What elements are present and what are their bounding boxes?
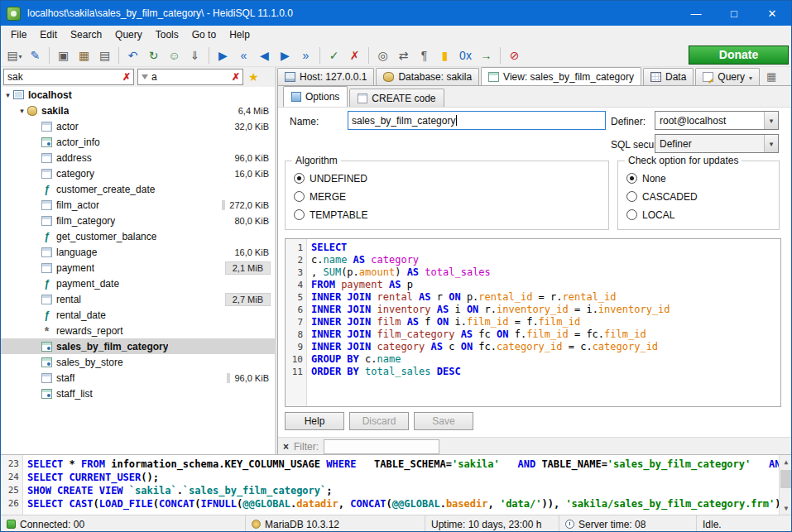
- log-code[interactable]: SELECT * FROM information_schema.KEY_COL…: [23, 455, 779, 515]
- table-filter-input[interactable]: a ✗: [137, 69, 243, 85]
- tree-expander-icon[interactable]: ▾: [2, 91, 13, 99]
- menu-item-go-to[interactable]: Go to: [185, 26, 223, 44]
- tree-item-rewards-report[interactable]: rewards_report: [1, 323, 275, 338]
- sql-editor-code[interactable]: SELECTc.name AS category, SUM(p.amount) …: [307, 239, 780, 406]
- tree-item-staff-list[interactable]: staff_list: [1, 386, 275, 401]
- radio-undefined[interactable]: UNDEFINED: [294, 171, 605, 185]
- minimize-button[interactable]: —: [677, 1, 715, 26]
- radio-cascaded[interactable]: CASCADED: [626, 189, 775, 204]
- view-name-input[interactable]: sales_by_film_category: [348, 111, 606, 130]
- log-scrollbar[interactable]: [779, 455, 792, 515]
- session-manager-button[interactable]: ▤: [5, 46, 24, 65]
- tree-item-staff[interactable]: staff96,0 KiB: [1, 370, 275, 386]
- tree-item-address[interactable]: address96,0 KiB: [1, 150, 275, 165]
- print-button[interactable]: ▤: [95, 46, 114, 65]
- new-query-tab-button[interactable]: ✎: [26, 46, 45, 65]
- tree-item-film-actor[interactable]: film_actor272,0 KiB: [1, 197, 275, 213]
- tree-item-rental[interactable]: rental2,7 MiB: [1, 291, 275, 307]
- tree-item-category[interactable]: category16,0 KiB: [1, 165, 275, 181]
- refresh-button[interactable]: ↻: [144, 46, 163, 65]
- apply-changes-button[interactable]: ✓: [324, 46, 343, 65]
- radio-temptable[interactable]: TEMPTABLE: [294, 208, 605, 222]
- scroll-down-icon[interactable]: [780, 501, 792, 515]
- close-button[interactable]: ✕: [753, 1, 791, 26]
- discard-changes-button[interactable]: ✗: [345, 46, 364, 65]
- tab-label: CREATE code: [372, 93, 435, 104]
- procedure-icon: [41, 326, 52, 336]
- tab-create-code[interactable]: CREATE code: [349, 89, 444, 107]
- tree-item-actor[interactable]: actor32,0 KiB: [1, 118, 275, 134]
- tree-item-localhost[interactable]: ▾localhost: [1, 87, 275, 103]
- tree-item-customer-create-date[interactable]: customer_create_date: [1, 181, 275, 197]
- binary-toggle-button[interactable]: 0x: [456, 46, 475, 65]
- filter-input[interactable]: [324, 439, 439, 454]
- tree-expander-icon[interactable]: ▾: [17, 107, 27, 115]
- sql-security-select[interactable]: Definer: [655, 134, 779, 153]
- export-database-button[interactable]: ⇓: [185, 46, 204, 65]
- goto-first-button[interactable]: «: [234, 46, 253, 65]
- copy-button[interactable]: ▣: [54, 46, 73, 65]
- tree-item-actor-info[interactable]: actor_info: [1, 134, 275, 150]
- menu-item-tools[interactable]: Tools: [149, 26, 185, 44]
- reformat-sql-button[interactable]: ¶: [415, 46, 434, 65]
- radio-merge[interactable]: MERGE: [294, 189, 605, 204]
- tab-host-127-0-0-1[interactable]: Host: 127.0.0.1: [277, 68, 374, 85]
- tree-item-payment[interactable]: payment2,1 MiB: [1, 260, 275, 276]
- scroll-thumb[interactable]: [780, 470, 792, 488]
- tree-item-rental-date[interactable]: rental_date: [1, 307, 275, 323]
- goto-row-button[interactable]: →: [477, 46, 496, 65]
- sql-token: i: [449, 304, 467, 315]
- replace-text-button[interactable]: ⇄: [394, 46, 413, 65]
- paste-button[interactable]: ▦: [74, 46, 94, 65]
- sql-security-dropdown-icon[interactable]: [764, 135, 778, 152]
- find-text-button[interactable]: ◎: [373, 46, 392, 65]
- tree-item-label: payment: [56, 262, 94, 274]
- sql-token: ();: [141, 472, 159, 483]
- database-filter-input[interactable]: sak ✗: [3, 69, 134, 85]
- tree-item-sales-by-store[interactable]: sales_by_store: [1, 354, 275, 370]
- tab-options[interactable]: Options: [283, 86, 348, 107]
- radio-local[interactable]: LOCAL: [626, 208, 775, 222]
- user-manager-button[interactable]: ☺: [165, 46, 184, 65]
- tree-item-label: staff: [56, 372, 74, 384]
- donate-button[interactable]: Donate: [689, 46, 789, 65]
- sql-token: ON: [467, 304, 478, 315]
- goto-next-button[interactable]: ▶: [276, 46, 295, 65]
- menu-item-help[interactable]: Help: [223, 26, 257, 44]
- tree-item-sakila[interactable]: ▾sakila6,4 MiB: [1, 103, 275, 118]
- query-options-icon[interactable]: ▦: [766, 70, 776, 83]
- sql-editor[interactable]: 1234567891011 SELECTc.name AS category, …: [285, 238, 781, 407]
- tab-database-sakila[interactable]: Database: sakila: [376, 68, 479, 85]
- goto-last-button[interactable]: »: [296, 46, 315, 65]
- undo-button[interactable]: ↶: [123, 46, 142, 65]
- highlight-button[interactable]: ▮: [435, 46, 454, 65]
- database-filter-clear-icon[interactable]: ✗: [122, 71, 131, 83]
- tree-item-film-category[interactable]: film_category80,0 KiB: [1, 213, 275, 228]
- definer-select[interactable]: root@localhost: [655, 111, 779, 130]
- tab-data[interactable]: Data: [643, 68, 694, 85]
- scroll-up-icon[interactable]: [780, 455, 792, 468]
- menu-item-query[interactable]: Query: [108, 26, 149, 44]
- maximize-button[interactable]: □: [715, 1, 753, 26]
- sql-token: fc.: [473, 341, 497, 352]
- definer-dropdown-icon[interactable]: [764, 112, 778, 129]
- favorites-filter-icon[interactable]: ★: [248, 70, 259, 84]
- goto-previous-button[interactable]: ◀: [255, 46, 274, 65]
- menu-item-search[interactable]: Search: [64, 26, 108, 44]
- tab-view-sales-by-film-category[interactable]: View: sales_by_film_category: [481, 67, 641, 85]
- dropdown-arrow-icon[interactable]: [749, 71, 752, 83]
- help-button[interactable]: Help: [285, 412, 344, 430]
- tree-item-payment-date[interactable]: payment_date: [1, 276, 275, 291]
- radio-none[interactable]: None: [626, 171, 775, 185]
- table-filter-clear-icon[interactable]: ✗: [232, 71, 240, 83]
- menu-item-edit[interactable]: Edit: [33, 26, 64, 44]
- execute-query-button[interactable]: ▶: [214, 46, 233, 65]
- title-bar[interactable]: localhost\sakila\sales_by_film_category\…: [1, 1, 791, 26]
- tree-item-get-customer-balance[interactable]: get_customer_balance: [1, 228, 275, 244]
- tree-item-language[interactable]: language16,0 KiB: [1, 244, 275, 260]
- stop-button[interactable]: ⊘: [505, 46, 524, 65]
- menu-item-file[interactable]: File: [4, 26, 33, 44]
- filter-close-icon[interactable]: ×: [283, 441, 289, 453]
- tree-item-sales-by-film-category[interactable]: sales_by_film_category: [1, 338, 275, 354]
- tab-query[interactable]: Query: [695, 68, 760, 85]
